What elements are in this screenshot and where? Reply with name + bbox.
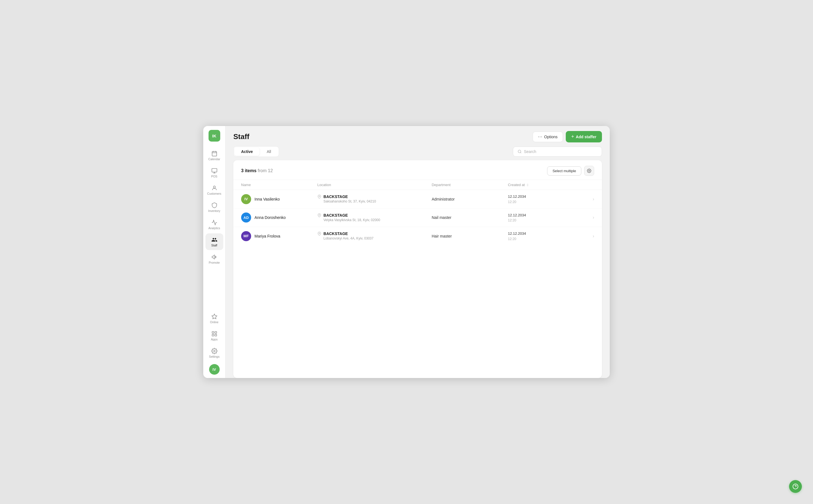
sidebar-item-online-label: Online	[210, 320, 218, 324]
calendar-icon	[211, 150, 218, 157]
dept-cell: Nail master	[432, 215, 508, 220]
tab-group: Active All	[233, 146, 279, 157]
sidebar-item-pos-label: POS	[211, 175, 217, 178]
sidebar-logo-wrap: IK ▲▼	[209, 128, 220, 144]
sidebar-avatar-initials: IV	[213, 367, 216, 372]
sidebar-item-apps[interactable]: Apps	[206, 327, 223, 344]
created-date: 12.12.2034	[508, 194, 584, 199]
staff-name: Mariya Frolova	[255, 234, 280, 238]
location-address: Lobanovskyi Ave, 4A, Kyiv, 03037	[324, 236, 374, 241]
location-address: Saksahanskoho St, 37, Kyiv, 04210	[324, 199, 376, 204]
sidebar-item-analytics-label: Analytics	[208, 226, 220, 230]
options-dots-icon: ···	[538, 134, 542, 139]
sidebar-item-apps-label: Apps	[211, 338, 218, 341]
select-multiple-button[interactable]: Select multiple	[547, 166, 581, 176]
staff-avatar: AD	[241, 213, 251, 223]
sidebar-item-calendar[interactable]: Calendar	[206, 147, 223, 164]
apps-icon	[211, 331, 218, 337]
location-address: Velyka Vasylkivska St, 18, Kyiv, 02000	[324, 218, 380, 223]
table-settings-icon	[587, 169, 591, 173]
sidebar-item-pos[interactable]: POS	[206, 164, 223, 181]
staff-name-cell: MF Mariya Frolova	[241, 231, 317, 241]
tab-all[interactable]: All	[260, 147, 278, 156]
sidebar-user-avatar[interactable]: IV	[209, 364, 220, 375]
search-box[interactable]	[513, 147, 602, 157]
table-row[interactable]: MF Mariya Frolova BACKSTAGE Lobanovskyi …	[233, 227, 602, 245]
logo-initials: IK	[212, 134, 216, 138]
page-header: Staff ··· Options + Add staffer	[226, 126, 610, 146]
tabs-area: Active All	[226, 146, 610, 160]
sidebar-item-staff[interactable]: Staff	[206, 233, 223, 250]
location-info: BACKSTAGE Saksahanskoho St, 37, Kyiv, 04…	[324, 194, 376, 204]
sidebar-item-inventory[interactable]: Inventory	[206, 199, 223, 216]
staff-avatar: IV	[241, 194, 251, 204]
sidebar-item-customers[interactable]: Customers	[206, 182, 223, 198]
settings-icon	[211, 348, 218, 354]
svg-point-19	[319, 233, 320, 234]
sidebar-item-promote[interactable]: Promote	[206, 251, 223, 267]
tab-active[interactable]: Active	[235, 147, 260, 156]
table-settings-button[interactable]	[584, 166, 594, 176]
location-name: BACKSTAGE	[324, 213, 380, 218]
row-chevron-icon: ›	[584, 197, 594, 202]
sidebar: IK ▲▼ Calendar POS	[203, 126, 226, 378]
location-name: BACKSTAGE	[324, 231, 374, 236]
sidebar-bottom: Online Apps Settings IV	[203, 310, 225, 375]
promote-icon	[211, 254, 218, 260]
location-pin-icon	[317, 232, 321, 236]
col-header-created[interactable]: Created at	[508, 183, 584, 187]
location-info: BACKSTAGE Lobanovskyi Ave, 4A, Kyiv, 030…	[324, 231, 374, 241]
staff-avatar: MF	[241, 231, 251, 241]
location-pin-icon	[317, 213, 321, 217]
sidebar-item-online[interactable]: Online	[206, 310, 223, 327]
card-header: 3 items from 12 Select multiple	[233, 160, 602, 180]
sidebar-item-analytics[interactable]: Analytics	[206, 216, 223, 233]
sidebar-item-settings-label: Settings	[209, 355, 220, 358]
options-button[interactable]: ··· Options	[533, 132, 563, 142]
svg-point-14	[518, 150, 521, 153]
sidebar-item-promote-label: Promote	[209, 261, 220, 264]
card-header-actions: Select multiple	[547, 166, 594, 176]
staff-name: Anna Doroshenko	[255, 215, 286, 220]
svg-point-18	[319, 214, 320, 216]
svg-rect-9	[212, 331, 214, 333]
col-header-location: Location	[317, 183, 432, 187]
sidebar-nav: Calendar POS Customers Inv	[203, 147, 225, 310]
pos-icon	[211, 168, 218, 174]
sidebar-item-settings[interactable]: Settings	[206, 345, 223, 361]
table-row[interactable]: IV Inna Vasilenko BACKSTAGE Saksahanskoh…	[233, 190, 602, 209]
sidebar-item-staff-label: Staff	[211, 244, 217, 247]
staff-name-cell: AD Anna Doroshenko	[241, 213, 317, 223]
svg-rect-4	[212, 168, 217, 172]
created-time: 12:20	[508, 199, 584, 204]
sidebar-item-inventory-label: Inventory	[208, 209, 220, 213]
customers-icon	[211, 185, 218, 191]
date-cell: 12.12.2034 12:20	[508, 213, 584, 223]
logo-chevron-icon: ▲▼	[216, 135, 221, 137]
inventory-icon	[211, 202, 218, 208]
date-cell: 12.12.2034 12:20	[508, 194, 584, 204]
staff-name: Inna Vasilenko	[255, 197, 280, 201]
search-input[interactable]	[524, 149, 597, 154]
svg-rect-11	[212, 334, 214, 336]
svg-rect-12	[215, 334, 216, 336]
add-staffer-button[interactable]: + Add staffer	[566, 131, 602, 142]
col-header-name: Name	[241, 183, 317, 187]
table-row[interactable]: AD Anna Doroshenko BACKSTAGE Velyka Vasy…	[233, 209, 602, 227]
location-info: BACKSTAGE Velyka Vasylkivska St, 18, Kyi…	[324, 213, 380, 223]
online-icon	[211, 313, 218, 320]
app-window: IK ▲▼ Calendar POS	[203, 126, 610, 378]
help-button[interactable]	[789, 480, 802, 493]
sidebar-logo[interactable]: IK ▲▼	[209, 130, 220, 142]
sidebar-item-calendar-label: Calendar	[208, 157, 220, 161]
svg-point-7	[213, 186, 215, 188]
analytics-icon	[211, 219, 218, 226]
staff-icon	[211, 237, 218, 243]
search-icon	[518, 149, 522, 154]
svg-point-17	[319, 196, 320, 197]
created-date: 12.12.2034	[508, 231, 584, 236]
items-count-number: 3 items	[241, 168, 257, 173]
created-time: 12:20	[508, 218, 584, 223]
location-pin-icon	[317, 195, 321, 199]
items-count-from: from 12	[258, 168, 273, 173]
